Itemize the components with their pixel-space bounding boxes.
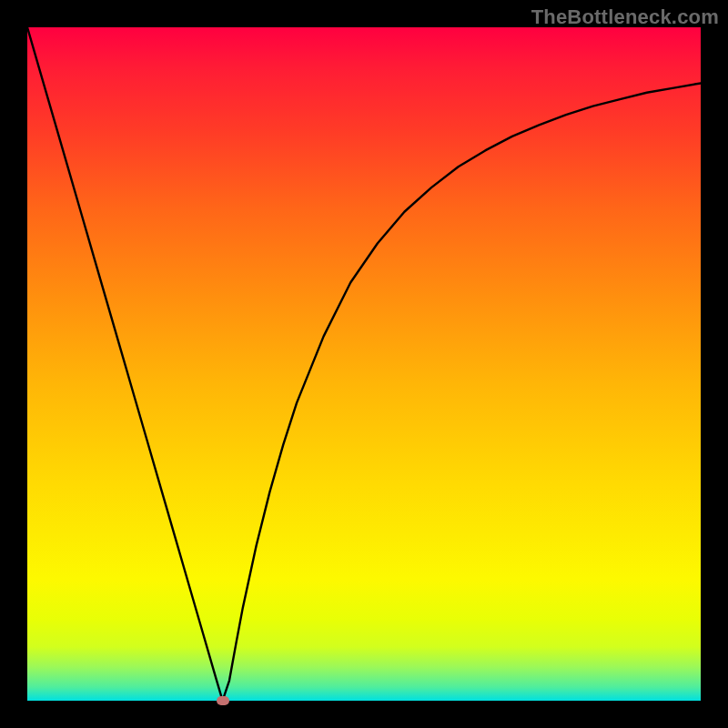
watermark-text: TheBottleneck.com <box>531 5 719 29</box>
bottleneck-curve <box>27 27 701 701</box>
plot-area <box>27 27 701 701</box>
minimum-marker <box>217 696 229 705</box>
chart-container: TheBottleneck.com <box>0 0 728 728</box>
